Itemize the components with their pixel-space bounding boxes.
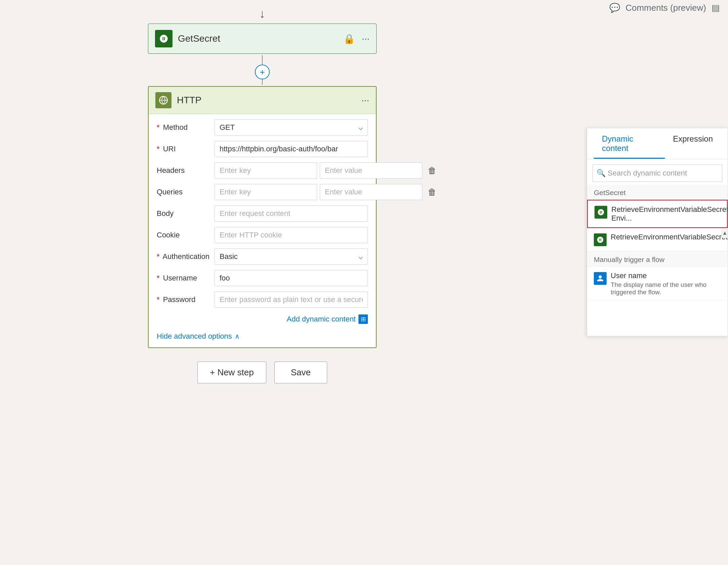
search-wrapper: 🔍 xyxy=(592,164,722,182)
section-manually-trigger: Manually trigger a flow xyxy=(587,251,728,267)
item-username-icon xyxy=(594,272,607,285)
uri-required: * xyxy=(157,145,160,153)
headers-label: Headers xyxy=(157,166,210,175)
password-label: * Password xyxy=(157,295,210,304)
username-required: * xyxy=(157,274,160,282)
authentication-row: * Authentication Basic ⌵ xyxy=(157,249,368,265)
top-bar: 💬 Comments (preview) ▤ xyxy=(601,0,728,16)
cookie-input[interactable] xyxy=(215,227,368,243)
item-2-icon xyxy=(594,233,607,246)
hide-advanced-options[interactable]: Hide advanced options ∧ xyxy=(157,329,368,342)
panel-content: ▲ GetSecret RetrieveEnvironmentVariableS… xyxy=(587,185,728,336)
item-username-text: User name The display name of the user w… xyxy=(611,271,721,296)
get-secret-more-icon[interactable]: ··· xyxy=(362,33,370,44)
http-icon xyxy=(155,92,171,108)
section-get-secret: GetSecret xyxy=(587,185,728,200)
headers-pair xyxy=(215,162,422,179)
queries-delete-icon[interactable]: 🗑 xyxy=(428,187,436,197)
http-more-icon[interactable]: ··· xyxy=(361,95,369,106)
uri-input[interactable] xyxy=(215,141,368,157)
get-secret-title: GetSecret xyxy=(178,33,338,44)
card-actions: 🔒 ··· xyxy=(343,33,370,44)
username-input[interactable] xyxy=(215,270,368,286)
tab-dynamic-content[interactable]: Dynamic content xyxy=(594,128,665,159)
uri-label: * URI xyxy=(157,145,210,153)
add-dynamic-link[interactable]: Add dynamic content xyxy=(287,315,356,324)
item-2-title: RetrieveEnvironmentVariableSecretValueRe… xyxy=(611,233,728,241)
password-row: * Password xyxy=(157,292,368,308)
queries-pair xyxy=(215,184,422,200)
authentication-label: * Authentication xyxy=(157,252,210,261)
body-row: Body xyxy=(157,205,368,222)
username-row: * Username xyxy=(157,270,368,286)
comments-label[interactable]: Comments (preview) xyxy=(625,3,706,13)
item-1-title: RetrieveEnvironmentVariableSecretValueRe… xyxy=(611,205,728,223)
method-row: * Method GET ⌵ xyxy=(157,119,368,136)
uri-row: * URI xyxy=(157,141,368,157)
queries-key-input[interactable] xyxy=(215,184,317,200)
dynamic-content-icon[interactable]: ⊞ xyxy=(358,314,368,324)
item-username-desc: The display name of the user who trigger… xyxy=(611,281,721,296)
panel-search-row: 🔍 xyxy=(587,159,728,185)
sidebar-icon[interactable]: ▤ xyxy=(712,3,720,13)
password-input[interactable] xyxy=(215,292,368,308)
dynamic-item-2[interactable]: RetrieveEnvironmentVariableSecretValueRe… xyxy=(587,228,728,251)
auth-select[interactable]: Basic ⌵ xyxy=(215,249,368,265)
action-buttons: + New step Save xyxy=(197,362,327,383)
connector-line-bottom xyxy=(262,79,263,85)
comments-icon: 💬 xyxy=(609,3,620,13)
panel-tabs: Dynamic content Expression xyxy=(587,128,728,159)
headers-delete-icon[interactable]: 🗑 xyxy=(428,165,436,176)
headers-key-input[interactable] xyxy=(215,162,317,179)
dynamic-content-search[interactable] xyxy=(592,164,722,182)
http-title: HTTP xyxy=(177,95,356,106)
queries-value-input[interactable] xyxy=(320,184,422,200)
method-chevron-icon: ⌵ xyxy=(358,123,363,132)
item-1-text: RetrieveEnvironmentVariableSecretValueRe… xyxy=(611,205,728,223)
arrow-down-top: ↓ xyxy=(259,7,265,21)
item-1-icon xyxy=(595,206,607,219)
method-select[interactable]: GET ⌵ xyxy=(215,119,368,136)
http-header: HTTP ··· xyxy=(149,87,376,114)
lock-icon[interactable]: 🔒 xyxy=(343,33,355,44)
auth-chevron-icon: ⌵ xyxy=(358,252,363,261)
connector: + xyxy=(255,55,270,85)
http-card: HTTP ··· * Method GET ⌵ xyxy=(148,86,377,348)
dynamic-item-username[interactable]: User name The display name of the user w… xyxy=(587,267,728,301)
item-2-text: RetrieveEnvironmentVariableSecretValueRe… xyxy=(611,233,728,241)
item-username-title: User name xyxy=(611,271,721,280)
password-required: * xyxy=(157,295,160,304)
cookie-row: Cookie xyxy=(157,227,368,243)
dynamic-content-panel: Dynamic content Expression 🔍 ▲ GetSecret… xyxy=(587,128,728,336)
body-label: Body xyxy=(157,209,210,218)
canvas: ↓ GetSecret 🔒 ··· + HTTP xyxy=(0,0,525,565)
headers-row: Headers 🗑 xyxy=(157,162,368,179)
auth-required: * xyxy=(157,252,160,261)
cookie-label: Cookie xyxy=(157,231,210,239)
new-step-button[interactable]: + New step xyxy=(197,362,266,383)
save-button[interactable]: Save xyxy=(274,362,327,383)
method-required: * xyxy=(157,123,160,131)
method-select-wrapper: GET ⌵ xyxy=(215,119,368,136)
body-input[interactable] xyxy=(215,205,368,222)
method-label: * Method xyxy=(157,123,210,132)
username-label: * Username xyxy=(157,274,210,282)
headers-value-input[interactable] xyxy=(320,162,422,179)
get-secret-icon xyxy=(155,30,173,47)
add-dynamic-row: Add dynamic content ⊞ xyxy=(157,313,368,324)
connector-line-top xyxy=(262,55,263,65)
queries-row: Queries 🗑 xyxy=(157,184,368,200)
dynamic-item-1[interactable]: RetrieveEnvironmentVariableSecretValueRe… xyxy=(587,200,728,228)
caret-up-icon: ∧ xyxy=(235,332,240,340)
http-form-body: * Method GET ⌵ * URI xyxy=(149,114,376,347)
tab-expression[interactable]: Expression xyxy=(665,128,721,159)
queries-label: Queries xyxy=(157,188,210,196)
add-step-button[interactable]: + xyxy=(255,65,270,79)
panel-scroll-up[interactable]: ▲ xyxy=(722,228,728,238)
auth-select-wrapper: Basic ⌵ xyxy=(215,249,368,265)
get-secret-card[interactable]: GetSecret 🔒 ··· xyxy=(148,24,377,54)
